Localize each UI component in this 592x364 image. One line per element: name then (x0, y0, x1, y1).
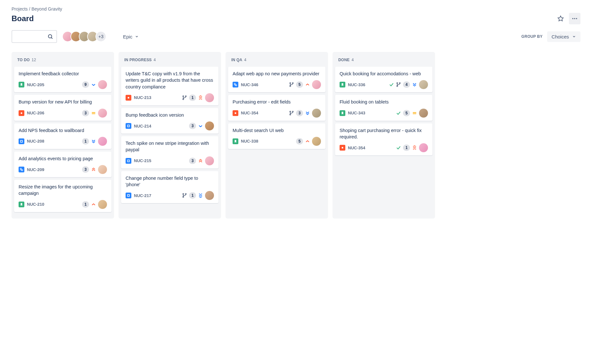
issue-key: NUC-214 (134, 124, 151, 128)
issue-key: NUC-205 (27, 82, 44, 87)
issue-card[interactable]: Multi-dest search UI web NUC-338 5 (228, 123, 325, 149)
group-by-dropdown[interactable]: Choices (547, 31, 580, 42)
task-type-icon (126, 123, 131, 129)
story-points-badge: 4 (403, 81, 410, 88)
assignee-avatar[interactable] (205, 156, 214, 165)
svg-point-40 (342, 147, 343, 149)
svg-point-35 (397, 83, 398, 84)
issue-card[interactable]: Fluid booking on tablets NUC-343 5 (335, 95, 432, 120)
assignee-avatar[interactable] (98, 200, 107, 209)
svg-point-14 (128, 97, 129, 98)
story-type-icon (19, 202, 24, 207)
issue-key: NUC-206 (27, 111, 44, 115)
svg-point-31 (235, 112, 236, 114)
svg-point-36 (397, 86, 398, 87)
assignee-avatar[interactable] (312, 109, 321, 118)
issue-card[interactable]: Adapt web app no new payments provider N… (228, 67, 325, 92)
more-button[interactable] (569, 13, 580, 24)
svg-rect-18 (127, 125, 129, 127)
assignee-avatar[interactable] (312, 80, 321, 89)
check-icon (396, 145, 401, 150)
breadcrumb-project-name[interactable]: Beyond Gravity (31, 6, 62, 12)
assignee-avatar[interactable] (419, 80, 428, 89)
issue-card[interactable]: Purchasing error - edit fields NUC-354 3 (228, 95, 325, 120)
avatar-more[interactable]: +3 (95, 31, 106, 42)
branch-icon (182, 193, 187, 198)
story-points-badge: 3 (189, 158, 196, 164)
branch-icon (289, 111, 294, 116)
svg-point-33 (290, 114, 291, 115)
issue-card[interactable]: Tech spike on new stripe integration wit… (121, 136, 218, 169)
task-type-icon (19, 138, 24, 144)
bug-type-icon (19, 110, 24, 116)
issue-key: NUC-346 (241, 82, 258, 87)
search-input[interactable] (12, 30, 57, 43)
svg-point-23 (185, 194, 186, 194)
issue-key: NUC-213 (134, 95, 151, 100)
issue-key: NUC-215 (134, 158, 151, 163)
issue-card[interactable]: Implement feedback collector NUC-205 9 (14, 67, 111, 92)
epic-dropdown[interactable]: Epic (119, 31, 143, 42)
issue-key: NUC-338 (241, 139, 258, 144)
svg-point-1 (572, 18, 573, 19)
svg-rect-19 (127, 160, 129, 162)
story-points-badge: 3 (189, 123, 196, 129)
bug-type-icon (233, 110, 238, 116)
breadcrumb-projects[interactable]: Projects (12, 6, 28, 12)
column-header: DONE4 (335, 56, 432, 67)
search-icon (47, 34, 53, 39)
assignee-avatar[interactable] (205, 121, 214, 130)
assignee-avatar[interactable] (205, 93, 214, 102)
breadcrumb: Projects / Beyond Gravity (12, 6, 580, 12)
star-icon (557, 15, 564, 22)
priority-minor-high-icon (91, 202, 96, 207)
story-points-badge: 1 (189, 95, 196, 101)
story-points-badge: 1 (189, 192, 196, 199)
branch-icon (182, 95, 187, 100)
issue-card[interactable]: Add analytics events to pricing page NUC… (14, 152, 111, 177)
assignee-avatar[interactable] (312, 137, 321, 146)
assignee-avatar[interactable] (205, 191, 214, 200)
svg-point-29 (290, 86, 291, 87)
branch-icon (289, 82, 294, 87)
assignee-avatar[interactable] (419, 143, 428, 152)
card-title: Update T&C copy with v1.9 from the write… (126, 70, 214, 90)
assignee-avatar[interactable] (419, 109, 428, 118)
card-title: Fluid booking on tablets (340, 99, 428, 105)
assignee-avatar[interactable] (98, 80, 107, 89)
svg-marker-0 (558, 16, 563, 21)
star-button[interactable] (555, 13, 566, 24)
svg-point-22 (183, 196, 184, 197)
assignee-avatar[interactable] (98, 137, 107, 146)
issue-card[interactable]: Resize the images for the upcoming campa… (14, 180, 111, 212)
choices-label: Choices (552, 34, 569, 39)
assignee-avatar[interactable] (98, 109, 107, 118)
issue-card[interactable]: Update T&C copy with v1.9 from the write… (121, 67, 218, 105)
issue-card[interactable]: Bump version for new API for billing NUC… (14, 95, 111, 120)
assignee-avatar[interactable] (98, 165, 107, 174)
check-icon (389, 82, 394, 87)
issue-card[interactable]: Add NPS feedback to wallboard NUC-208 1 (14, 123, 111, 149)
story-type-icon (340, 110, 345, 116)
issue-card[interactable]: Change phone number field type to 'phone… (121, 171, 218, 203)
issue-card[interactable]: Bump feedback icon version NUC-214 3 (121, 108, 218, 134)
issue-card[interactable]: Quick booking for accomodations - web NU… (335, 67, 432, 92)
priority-high-icon (198, 158, 203, 163)
story-points-badge: 5 (403, 110, 410, 116)
svg-point-21 (183, 194, 184, 194)
issue-card[interactable]: Shoping cart purchasing error - quick fi… (335, 123, 432, 156)
priority-low-icon (198, 123, 203, 128)
card-title: Add analytics events to pricing page (19, 155, 107, 162)
priority-lowest-icon (198, 193, 203, 198)
priority-medium-icon (91, 111, 96, 116)
svg-point-4 (48, 35, 52, 38)
priority-lowest-icon (91, 139, 96, 144)
column-header: IN QA4 (228, 56, 325, 67)
svg-point-2 (574, 18, 575, 19)
priority-medium-icon (412, 111, 417, 116)
priority-high-icon (91, 167, 96, 172)
card-title: Adapt web app no new payments provider (233, 70, 321, 77)
story-points-badge: 3 (82, 110, 89, 116)
card-title: Multi-dest search UI web (233, 127, 321, 134)
svg-rect-20 (127, 194, 129, 196)
